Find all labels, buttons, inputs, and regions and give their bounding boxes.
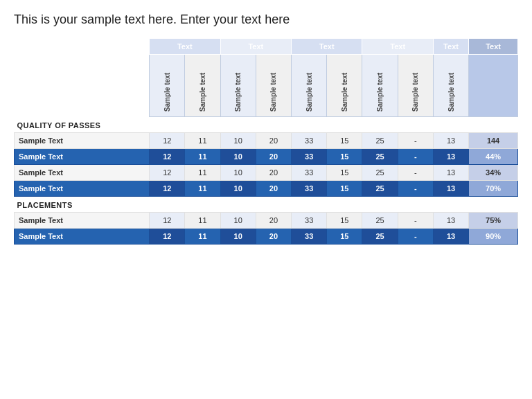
sub-header-6: Sample text <box>327 55 362 117</box>
data-cell: 20 <box>256 181 291 197</box>
sub-header-last <box>469 55 518 117</box>
table-row: Sample Text12111020331525-1375% <box>15 213 518 229</box>
table-row: Sample Text12111020331525-1344% <box>15 149 518 165</box>
data-cell: 20 <box>256 165 291 181</box>
data-cell: 12 <box>150 229 185 245</box>
data-cell: 11 <box>185 149 220 165</box>
data-cell: - <box>398 165 433 181</box>
last-cell: 70% <box>469 181 518 197</box>
data-cell: 20 <box>256 133 291 149</box>
row-label: Sample Text <box>15 149 150 165</box>
header-group-4: Text <box>362 39 433 55</box>
data-cell: 12 <box>150 213 185 229</box>
data-cell: 13 <box>433 149 468 165</box>
sub-header-3: Sample text <box>220 55 256 117</box>
data-cell: - <box>398 133 433 149</box>
data-cell: 20 <box>256 213 291 229</box>
data-cell: 12 <box>150 181 185 197</box>
header-row-sub: Sample text Sample text Sample text Samp… <box>15 55 518 117</box>
header-group-3: Text <box>292 39 362 55</box>
header-empty-1 <box>15 39 150 55</box>
last-cell: 34% <box>469 165 518 181</box>
page-title: This is your sample text here. Enter you… <box>14 12 518 27</box>
data-cell: 10 <box>220 165 256 181</box>
data-cell: 10 <box>220 229 256 245</box>
data-cell: 25 <box>362 213 398 229</box>
data-cell: 15 <box>327 213 362 229</box>
header-group-5: Text <box>433 39 468 55</box>
data-cell: 10 <box>220 149 256 165</box>
data-cell: 11 <box>185 181 220 197</box>
data-cell: 33 <box>292 229 327 245</box>
data-cell: 15 <box>327 165 362 181</box>
data-cell: 15 <box>327 229 362 245</box>
data-cell: 11 <box>185 213 220 229</box>
data-cell: 13 <box>433 229 468 245</box>
table-row: Sample Text12111020331525-1334% <box>15 165 518 181</box>
table-wrapper: Text Text Text Text Text Text Sample tex… <box>14 38 518 245</box>
data-cell: 33 <box>292 133 327 149</box>
data-cell: 11 <box>185 133 220 149</box>
header-sub-empty <box>15 55 150 117</box>
row-label: Sample Text <box>15 181 150 197</box>
data-cell: 13 <box>433 165 468 181</box>
last-cell: 90% <box>469 229 518 245</box>
sub-header-8: Sample text <box>398 55 433 117</box>
row-label: Sample Text <box>15 229 150 245</box>
data-cell: 15 <box>327 181 362 197</box>
last-cell: 75% <box>469 213 518 229</box>
section-header-row: PLACEMENTS <box>15 197 518 213</box>
header-last: Text <box>469 39 518 55</box>
data-cell: 33 <box>292 213 327 229</box>
data-cell: - <box>398 149 433 165</box>
row-label: Sample Text <box>15 133 150 149</box>
data-cell: 13 <box>433 181 468 197</box>
data-cell: 33 <box>292 165 327 181</box>
header-row-groups: Text Text Text Text Text Text <box>15 39 518 55</box>
data-cell: 25 <box>362 149 398 165</box>
header-group-2: Text <box>220 39 291 55</box>
last-cell: 144 <box>469 133 518 149</box>
data-cell: 15 <box>327 133 362 149</box>
table-body: QUALITY OF PASSESSample Text121110203315… <box>15 117 518 245</box>
data-cell: 25 <box>362 133 398 149</box>
data-cell: - <box>398 229 433 245</box>
data-cell: - <box>398 181 433 197</box>
row-label: Sample Text <box>15 165 150 181</box>
data-table: Text Text Text Text Text Text Sample tex… <box>14 38 518 245</box>
sub-header-5: Sample text <box>292 55 327 117</box>
data-cell: 10 <box>220 213 256 229</box>
sub-header-7: Sample text <box>362 55 398 117</box>
data-cell: 13 <box>433 133 468 149</box>
section-header-row: QUALITY OF PASSES <box>15 117 518 133</box>
data-cell: 13 <box>433 213 468 229</box>
last-cell: 44% <box>469 149 518 165</box>
data-cell: 33 <box>292 181 327 197</box>
data-cell: 11 <box>185 165 220 181</box>
data-cell: 20 <box>256 229 291 245</box>
data-cell: 15 <box>327 149 362 165</box>
data-cell: 25 <box>362 229 398 245</box>
data-cell: - <box>398 213 433 229</box>
data-cell: 12 <box>150 149 185 165</box>
sub-header-9: Sample text <box>433 55 468 117</box>
data-cell: 20 <box>256 149 291 165</box>
table-row: Sample Text12111020331525-1390% <box>15 229 518 245</box>
data-cell: 33 <box>292 149 327 165</box>
data-cell: 11 <box>185 229 220 245</box>
data-cell: 10 <box>220 181 256 197</box>
sub-header-2: Sample text <box>185 55 220 117</box>
sub-header-1: Sample text <box>150 55 185 117</box>
header-group-1: Text <box>150 39 220 55</box>
data-cell: 12 <box>150 133 185 149</box>
table-row: Sample Text12111020331525-13144 <box>15 133 518 149</box>
table-row: Sample Text12111020331525-1370% <box>15 181 518 197</box>
row-label: Sample Text <box>15 213 150 229</box>
data-cell: 25 <box>362 181 398 197</box>
data-cell: 25 <box>362 165 398 181</box>
data-cell: 12 <box>150 165 185 181</box>
sub-header-4: Sample text <box>256 55 291 117</box>
data-cell: 10 <box>220 133 256 149</box>
